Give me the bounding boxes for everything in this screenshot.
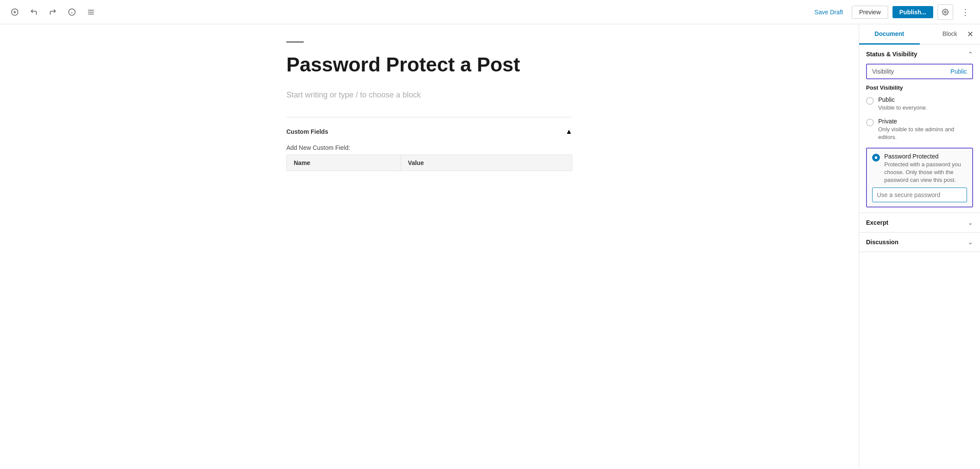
- title-separator: [286, 42, 304, 42]
- post-visibility-panel: Post Visibility Public Visible to everyo…: [859, 84, 980, 213]
- undo-button[interactable]: [26, 4, 42, 20]
- radio-option-public[interactable]: Public Visible to everyone.: [866, 96, 973, 112]
- discussion-section: Discussion ⌄: [859, 233, 980, 252]
- radio-private-desc: Only visible to site admins and editors.: [878, 126, 973, 141]
- cf-name-header: Name: [287, 155, 401, 171]
- custom-fields-collapse-icon: ▲: [565, 128, 572, 136]
- radio-option-private[interactable]: Private Only visible to site admins and …: [866, 118, 973, 141]
- excerpt-header[interactable]: Excerpt ⌄: [859, 213, 980, 232]
- editor-area[interactable]: Password Protect a Post Start writing or…: [0, 24, 859, 469]
- visibility-label: Visibility: [872, 68, 894, 75]
- radio-public-desc: Visible to everyone.: [878, 104, 927, 112]
- toolbar-left: [7, 4, 99, 20]
- excerpt-chevron: ⌄: [968, 219, 973, 226]
- radio-password-content: Password Protected Protected with a pass…: [884, 153, 967, 184]
- sidebar-tabs: Document Block ✕: [859, 24, 980, 45]
- info-button[interactable]: [64, 4, 80, 20]
- add-new-custom-field-label: Add New Custom Field:: [286, 144, 572, 151]
- toolbar-right: Save Draft Preview Publish... ⋮: [810, 4, 973, 20]
- editor-placeholder[interactable]: Start writing or type / to choose a bloc…: [286, 91, 572, 100]
- password-protected-box: Password Protected Protected with a pass…: [866, 148, 973, 208]
- add-block-button[interactable]: [7, 4, 23, 20]
- svg-point-9: [944, 11, 946, 13]
- discussion-header[interactable]: Discussion ⌄: [859, 233, 980, 252]
- menu-button[interactable]: [83, 4, 99, 20]
- radio-public-content: Public Visible to everyone.: [878, 96, 927, 112]
- main-layout: Password Protect a Post Start writing or…: [0, 24, 980, 469]
- radio-private-title: Private: [878, 118, 973, 125]
- preview-button[interactable]: Preview: [852, 6, 888, 19]
- radio-private-content: Private Only visible to site admins and …: [878, 118, 973, 141]
- discussion-chevron: ⌄: [968, 239, 973, 246]
- status-visibility-header[interactable]: Status & Visibility ⌃: [859, 45, 980, 64]
- redo-button[interactable]: [45, 4, 61, 20]
- password-input[interactable]: [872, 188, 967, 202]
- radio-option-password[interactable]: Password Protected Protected with a pass…: [872, 153, 967, 184]
- radio-password-desc: Protected with a password you choose. On…: [884, 161, 967, 184]
- excerpt-title: Excerpt: [866, 219, 888, 226]
- radio-public[interactable]: [866, 97, 874, 105]
- cf-value-header: Value: [401, 155, 572, 171]
- publish-button[interactable]: Publish...: [892, 6, 933, 18]
- radio-public-title: Public: [878, 96, 927, 103]
- post-title[interactable]: Password Protect a Post: [286, 53, 572, 77]
- editor-content: Password Protect a Post Start writing or…: [269, 42, 590, 176]
- excerpt-section: Excerpt ⌄: [859, 213, 980, 233]
- settings-button[interactable]: [938, 4, 953, 20]
- sidebar: Document Block ✕ Status & Visibility ⌃ V…: [859, 24, 980, 469]
- sidebar-close-button[interactable]: ✕: [964, 28, 977, 41]
- discussion-title: Discussion: [866, 239, 899, 246]
- more-options-button[interactable]: ⋮: [957, 4, 973, 20]
- post-visibility-title: Post Visibility: [866, 84, 973, 91]
- radio-password[interactable]: [872, 154, 880, 162]
- visibility-row[interactable]: Visibility Public: [866, 64, 973, 79]
- radio-password-title: Password Protected: [884, 153, 967, 160]
- radio-private[interactable]: [866, 119, 874, 126]
- status-visibility-section: Status & Visibility ⌃ Visibility Public …: [859, 45, 980, 213]
- status-visibility-title: Status & Visibility: [866, 51, 917, 58]
- custom-fields-header[interactable]: Custom Fields ▲: [286, 124, 572, 139]
- tab-document[interactable]: Document: [859, 24, 920, 45]
- custom-fields-body: Add New Custom Field: Name Value: [286, 139, 572, 176]
- visibility-value[interactable]: Public: [951, 68, 967, 75]
- password-input-wrapper: [872, 188, 967, 202]
- status-visibility-chevron: ⌃: [968, 51, 973, 58]
- custom-fields-section: Custom Fields ▲ Add New Custom Field: Na…: [286, 117, 572, 176]
- toolbar: Save Draft Preview Publish... ⋮: [0, 0, 980, 24]
- save-draft-button[interactable]: Save Draft: [810, 6, 847, 18]
- custom-fields-table: Name Value: [286, 155, 572, 171]
- custom-fields-title: Custom Fields: [286, 128, 328, 135]
